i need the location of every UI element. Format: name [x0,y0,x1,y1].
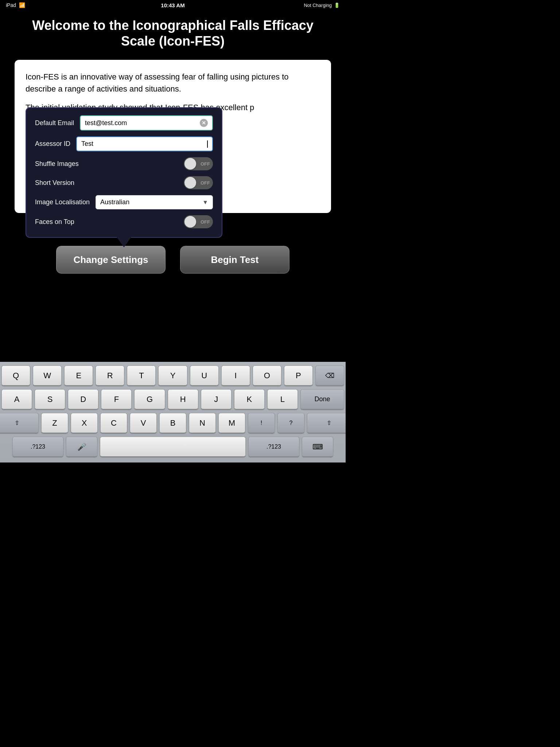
key-r[interactable]: R [96,365,124,386]
change-settings-button[interactable]: Change Settings [56,246,166,274]
assessor-id-label: Assessor ID [35,140,70,148]
wifi-icon: 📶 [19,2,25,8]
key-h[interactable]: H [168,389,198,410]
settings-popup: Default Email ✕ Assessor ID Shuffle Imag… [26,107,222,238]
main-content: Welcome to the Iconographical Falls Effi… [0,10,346,217]
key-o[interactable]: O [253,365,281,386]
key-i[interactable]: I [221,365,250,386]
assessor-id-row: Assessor ID [35,136,213,151]
key-c[interactable]: C [100,413,127,433]
key-m[interactable]: M [218,413,245,433]
default-email-label: Default Email [35,119,74,127]
toggle-knob-3 [184,216,196,228]
key-e[interactable]: E [64,365,93,386]
key-q[interactable]: Q [1,365,30,386]
keyboard-row-4: .?123 🎤 .?123 ⌨ [1,437,344,457]
key-j[interactable]: J [201,389,232,410]
key-y[interactable]: Y [158,365,187,386]
shuffle-images-toggle[interactable]: OFF [184,157,213,170]
default-email-field[interactable] [85,119,200,127]
short-version-toggle[interactable]: OFF [184,176,213,189]
info-card: Icon-FES is an innovative way of assessi… [15,60,331,213]
short-version-value: OFF [201,180,210,186]
status-right: Not Charging 🔋 [304,3,340,8]
key-z[interactable]: Z [41,413,68,433]
localisation-value: Australian [100,198,129,206]
key-k[interactable]: K [234,389,265,410]
key-s[interactable]: S [35,389,65,410]
key-x[interactable]: X [71,413,98,433]
key-w[interactable]: W [33,365,62,386]
short-version-row: Short Version OFF [35,176,213,189]
image-localisation-row: Image Localisation Australian ▼ [35,195,213,209]
toggle-knob-2 [184,177,196,189]
shuffle-images-label: Shuffle Images [35,160,79,168]
backspace-key[interactable]: ⌫ [315,365,344,386]
key-n[interactable]: N [189,413,216,433]
status-bar: iPad 📶 10:43 AM Not Charging 🔋 [0,0,346,10]
assessor-id-input[interactable] [76,136,213,151]
button-row: Change Settings Begin Test [0,239,346,279]
faces-on-top-label: Faces on Top [35,218,74,226]
shift-left-key[interactable]: ⇧ [0,413,39,433]
keyboard-icon-key[interactable]: ⌨ [302,437,333,457]
battery-label: Not Charging [304,3,332,8]
key-f[interactable]: F [101,389,132,410]
shift-right-key[interactable]: ⇧ [307,413,346,433]
punctuation-exclaim-key[interactable]: ! [248,413,275,433]
info-text-1: Icon-FES is an innovative way of assessi… [26,71,320,95]
key-v[interactable]: V [130,413,157,433]
page-title: Welcome to the Iconographical Falls Effi… [15,18,331,49]
assessor-id-field[interactable] [81,140,207,148]
default-email-input[interactable]: ✕ [80,115,213,131]
status-time: 10:43 AM [161,2,184,8]
keyboard-row-3: ⇧ Z X C V B N M ! ? ⇧ [1,413,344,433]
toggle-knob [184,158,196,170]
key-u[interactable]: U [190,365,219,386]
image-localisation-select[interactable]: Australian ▼ [96,195,213,209]
keyboard-row-1: Q W E R T Y U I O P ⌫ [1,365,344,386]
image-localisation-label: Image Localisation [35,198,90,206]
done-key[interactable]: Done [300,389,344,410]
key-t[interactable]: T [127,365,156,386]
key-p[interactable]: P [284,365,313,386]
default-email-row: Default Email ✕ [35,115,213,131]
faces-on-top-row: Faces on Top OFF [35,215,213,228]
key-g[interactable]: G [134,389,165,410]
key-a[interactable]: A [1,389,32,410]
key-b[interactable]: B [159,413,186,433]
keyboard-row-2: A S D F G H J K L Done [1,389,344,410]
key-l[interactable]: L [267,389,298,410]
numbers-left-key[interactable]: .?123 [12,437,63,457]
text-cursor [207,140,208,148]
ipad-label: iPad [6,2,16,8]
numbers-right-key[interactable]: .?123 [248,437,299,457]
microphone-key[interactable]: 🎤 [66,437,97,457]
dropdown-arrow-icon: ▼ [202,199,208,206]
space-key[interactable] [100,437,246,457]
faces-on-top-toggle[interactable]: OFF [184,215,213,228]
faces-on-top-value: OFF [201,219,210,225]
keyboard: Q W E R T Y U I O P ⌫ A S D F G H J K L … [0,362,346,462]
clear-email-button[interactable]: ✕ [200,119,208,127]
key-d[interactable]: D [68,389,98,410]
battery-icon: 🔋 [334,3,340,8]
shuffle-images-value: OFF [201,161,210,167]
status-left: iPad 📶 [6,2,25,8]
begin-test-button[interactable]: Begin Test [180,246,289,274]
short-version-label: Short Version [35,179,74,187]
shuffle-images-row: Shuffle Images OFF [35,157,213,170]
punctuation-question-key[interactable]: ? [277,413,304,433]
